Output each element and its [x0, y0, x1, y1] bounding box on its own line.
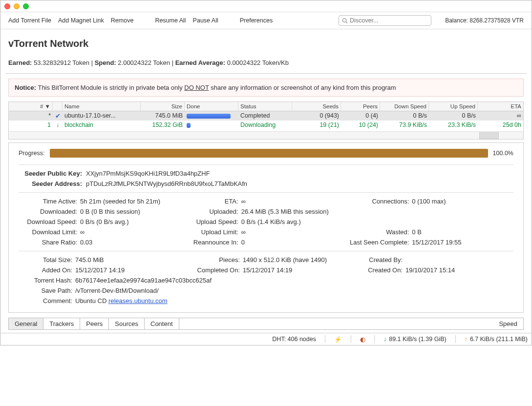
tab-content[interactable]: Content: [145, 318, 179, 329]
progress-percent: 100.0%: [493, 150, 513, 157]
maximize-icon[interactable]: [23, 3, 29, 9]
tab-peers[interactable]: Peers: [80, 318, 109, 329]
svg-point-0: [343, 19, 346, 22]
search-field[interactable]: [339, 15, 431, 26]
search-icon: [342, 18, 348, 24]
torrent-table: # ▼ Name Size Done Status Seeds Peers Do…: [8, 102, 524, 140]
preferences-button[interactable]: Preferences: [240, 17, 273, 24]
balance: Balance: 8268.27375928 VTR: [445, 17, 524, 24]
down-arrow-icon: ↓: [383, 336, 386, 343]
seeder-addr: pTDuLzRJfMLPK5NTWyjbysd6RRnb8U9fxoL7TaMb…: [86, 180, 513, 187]
col-name[interactable]: Name: [63, 102, 141, 111]
minimize-icon[interactable]: [14, 3, 20, 9]
up-arrow-icon: ↑: [465, 336, 468, 343]
col-num[interactable]: # ▼: [9, 102, 53, 111]
add-magnet-button[interactable]: Add Magnet Link: [58, 17, 104, 24]
close-icon[interactable]: [4, 3, 10, 9]
down-speed-status: ↓89.1 KiB/s (1.39 GiB): [383, 336, 447, 343]
notice-banner: Notice: This BitTorrent Module is strict…: [8, 79, 524, 97]
table-row[interactable]: * ✔ ubuntu-17.10-ser... 745.0 MiB Comple…: [9, 111, 523, 121]
download-icon: ↓: [56, 122, 59, 128]
col-peers[interactable]: Peers: [341, 102, 380, 111]
search-input[interactable]: [350, 17, 428, 24]
progress-label: Progress:: [19, 150, 45, 157]
svg-line-1: [346, 21, 347, 23]
status-bar: DHT: 406 nodes ⚡ ◐ ↓89.1 KiB/s (1.39 GiB…: [0, 333, 532, 345]
col-size[interactable]: Size: [141, 102, 185, 111]
horizontal-scrollbar[interactable]: [9, 131, 523, 139]
resume-all-button[interactable]: Resume All: [155, 17, 186, 24]
dht-status: DHT: 406 nodes: [272, 336, 316, 343]
seeder-addr-label: Seeder Address:: [19, 180, 82, 187]
col-dspeed[interactable]: Down Speed: [380, 102, 429, 111]
stats-line: Earned: 53.32832912 Token | Spend: 2.000…: [5, 56, 527, 74]
detail-tabs: General Trackers Peers Sources Content S…: [8, 318, 524, 330]
check-icon: ✔: [55, 113, 61, 120]
seeder-pk-label: Seeder Public Key:: [19, 170, 82, 177]
col-done[interactable]: Done: [185, 102, 238, 111]
app-window: Add Torrent File Add Magnet Link Remove …: [0, 0, 532, 345]
col-eta[interactable]: ETA: [478, 102, 523, 111]
col-status[interactable]: Status: [238, 102, 292, 111]
toolbar: Add Torrent File Add Magnet Link Remove …: [0, 12, 532, 29]
remove-button[interactable]: Remove: [111, 17, 134, 24]
globe-icon[interactable]: ◐: [360, 336, 365, 343]
detail-panel: Progress: 100.0% Seeder Public Key: XXjy…: [8, 142, 524, 313]
add-file-button[interactable]: Add Torrent File: [8, 17, 51, 24]
tab-general[interactable]: General: [9, 318, 43, 329]
titlebar: [0, 0, 532, 12]
progress-bar: [187, 114, 231, 119]
tab-sources[interactable]: Sources: [109, 318, 145, 329]
page-title: vTorrent Network: [5, 29, 527, 56]
up-speed-status: ↑6.7 KiB/s (211.1 MiB): [465, 336, 528, 343]
table-header[interactable]: # ▼ Name Size Done Status Seeds Peers Do…: [9, 102, 523, 111]
col-uspeed[interactable]: Up Speed: [429, 102, 478, 111]
progress-bar: [187, 123, 191, 128]
tab-speed[interactable]: Speed: [493, 318, 523, 329]
table-row[interactable]: 1 ↓ blockchain 152.32 GiB Downloading 19…: [9, 121, 523, 129]
tab-trackers[interactable]: Trackers: [43, 318, 80, 329]
comment-link[interactable]: releases.ubuntu.com: [108, 297, 168, 304]
seeder-pk: XXjyn7PmMsjKS9qoKHi1R9L9fD3a4hpZHF: [86, 170, 513, 177]
col-icon[interactable]: [53, 102, 63, 111]
progress-bar-large: [50, 149, 488, 158]
col-seeds[interactable]: Seeds: [292, 102, 341, 111]
plug-icon[interactable]: ⚡: [334, 336, 342, 343]
pause-all-button[interactable]: Pause All: [193, 17, 218, 24]
